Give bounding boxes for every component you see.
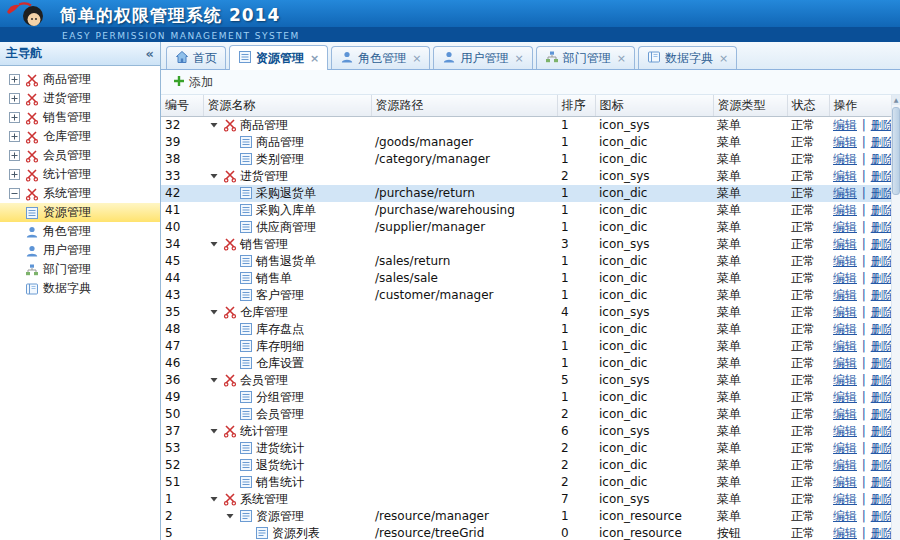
edit-link[interactable]: 编辑	[833, 407, 857, 421]
edit-link[interactable]: 编辑	[833, 203, 857, 217]
delete-link[interactable]: 删除	[871, 220, 892, 234]
table-row-45[interactable]: 45销售退货单/sales/return1icon_dic菜单正常编辑 | 删除	[161, 253, 892, 270]
delete-link[interactable]: 删除	[871, 475, 892, 489]
edit-link[interactable]: 编辑	[833, 152, 857, 166]
edit-link[interactable]: 编辑	[833, 390, 857, 404]
expand-plus-icon[interactable]	[8, 112, 21, 123]
arrow-down-icon[interactable]	[207, 239, 220, 249]
tab-4[interactable]: 部门管理×	[536, 46, 635, 69]
edit-link[interactable]: 编辑	[833, 322, 857, 336]
delete-link[interactable]: 删除	[871, 509, 892, 523]
edit-link[interactable]: 编辑	[833, 509, 857, 523]
edit-link[interactable]: 编辑	[833, 356, 857, 370]
delete-link[interactable]: 删除	[871, 288, 892, 302]
scroll-up-icon[interactable]: ▲	[892, 95, 900, 105]
delete-link[interactable]: 删除	[871, 152, 892, 166]
scroll-thumb[interactable]	[892, 107, 900, 195]
delete-link[interactable]: 删除	[871, 339, 892, 353]
delete-link[interactable]: 删除	[871, 169, 892, 183]
table-row-50[interactable]: 50会员管理2icon_dic菜单正常编辑 | 删除	[161, 406, 892, 423]
table-row-35[interactable]: 35仓库管理4icon_sys菜单正常编辑 | 删除	[161, 304, 892, 321]
edit-link[interactable]: 编辑	[833, 458, 857, 472]
edit-link[interactable]: 编辑	[833, 492, 857, 506]
delete-link[interactable]: 删除	[871, 407, 892, 421]
delete-link[interactable]: 删除	[871, 458, 892, 472]
edit-link[interactable]: 编辑	[833, 237, 857, 251]
edit-link[interactable]: 编辑	[833, 339, 857, 353]
table-row-37[interactable]: 37统计管理6icon_sys菜单正常编辑 | 删除	[161, 423, 892, 440]
delete-link[interactable]: 删除	[871, 203, 892, 217]
close-icon[interactable]: ×	[310, 52, 319, 65]
edit-link[interactable]: 编辑	[833, 186, 857, 200]
table-row-38[interactable]: 38类别管理/category/manager1icon_dic菜单正常编辑 |…	[161, 151, 892, 168]
sidebar-item-4[interactable]: 会员管理	[0, 146, 160, 165]
arrow-down-icon[interactable]	[207, 171, 220, 181]
tab-1[interactable]: 资源管理×	[229, 45, 328, 70]
table-row-5[interactable]: 5资源列表/resource/treeGrid0icon_resource按钮正…	[161, 525, 892, 540]
delete-link[interactable]: 删除	[871, 271, 892, 285]
tab-3[interactable]: 用户管理×	[433, 46, 532, 69]
table-row-39[interactable]: 39商品管理/goods/manager1icon_dic菜单正常编辑 | 删除	[161, 134, 892, 151]
table-row-40[interactable]: 40供应商管理/supplier/manager1icon_dic菜单正常编辑 …	[161, 219, 892, 236]
collapse-minus-icon[interactable]	[8, 188, 21, 199]
delete-link[interactable]: 删除	[871, 305, 892, 319]
table-row-33[interactable]: 33进货管理2icon_sys菜单正常编辑 | 删除	[161, 168, 892, 185]
edit-link[interactable]: 编辑	[833, 135, 857, 149]
table-row-51[interactable]: 51销售统计2icon_dic菜单正常编辑 | 删除	[161, 474, 892, 491]
delete-link[interactable]: 删除	[871, 254, 892, 268]
delete-link[interactable]: 删除	[871, 526, 892, 540]
delete-link[interactable]: 删除	[871, 390, 892, 404]
close-icon[interactable]: ×	[412, 52, 421, 65]
table-row-48[interactable]: 48库存盘点1icon_dic菜单正常编辑 | 删除	[161, 321, 892, 338]
sidebar-item-1[interactable]: 进货管理	[0, 89, 160, 108]
arrow-down-icon[interactable]	[207, 375, 220, 385]
arrow-down-icon[interactable]	[207, 426, 220, 436]
table-row-32[interactable]: 32商品管理1icon_sys菜单正常编辑 | 删除	[161, 116, 892, 134]
table-row-47[interactable]: 47库存明细1icon_dic菜单正常编辑 | 删除	[161, 338, 892, 355]
table-row-52[interactable]: 52退货统计2icon_dic菜单正常编辑 | 删除	[161, 457, 892, 474]
expand-plus-icon[interactable]	[8, 169, 21, 180]
table-row-34[interactable]: 34销售管理3icon_sys菜单正常编辑 | 删除	[161, 236, 892, 253]
edit-link[interactable]: 编辑	[833, 169, 857, 183]
table-row-42[interactable]: 42采购退货单/purchase/return1icon_dic菜单正常编辑 |…	[161, 185, 892, 202]
sidebar-item-10[interactable]: 部门管理	[0, 260, 160, 279]
collapse-sidebar-icon[interactable]: «	[146, 46, 154, 61]
edit-link[interactable]: 编辑	[833, 441, 857, 455]
table-row-43[interactable]: 43客户管理/customer/manager1icon_dic菜单正常编辑 |…	[161, 287, 892, 304]
edit-link[interactable]: 编辑	[833, 288, 857, 302]
edit-link[interactable]: 编辑	[833, 424, 857, 438]
delete-link[interactable]: 删除	[871, 356, 892, 370]
delete-link[interactable]: 删除	[871, 118, 892, 132]
table-row-44[interactable]: 44销售单/sales/sale1icon_dic菜单正常编辑 | 删除	[161, 270, 892, 287]
edit-link[interactable]: 编辑	[833, 220, 857, 234]
sidebar-item-11[interactable]: 数据字典	[0, 279, 160, 298]
sidebar-item-7[interactable]: 资源管理	[0, 203, 160, 222]
edit-link[interactable]: 编辑	[833, 475, 857, 489]
edit-link[interactable]: 编辑	[833, 373, 857, 387]
tab-2[interactable]: 角色管理×	[331, 46, 430, 69]
delete-link[interactable]: 删除	[871, 135, 892, 149]
expand-plus-icon[interactable]	[8, 93, 21, 104]
arrow-down-icon[interactable]	[223, 511, 236, 521]
sidebar-item-0[interactable]: 商品管理	[0, 70, 160, 89]
delete-link[interactable]: 删除	[871, 322, 892, 336]
tab-5[interactable]: 数据字典×	[638, 46, 737, 69]
table-row-36[interactable]: 36会员管理5icon_sys菜单正常编辑 | 删除	[161, 372, 892, 389]
expand-plus-icon[interactable]	[8, 150, 21, 161]
vertical-scrollbar[interactable]: ▲	[891, 95, 900, 540]
delete-link[interactable]: 删除	[871, 373, 892, 387]
table-row-49[interactable]: 49分组管理1icon_dic菜单正常编辑 | 删除	[161, 389, 892, 406]
tab-0[interactable]: 首页	[166, 46, 226, 69]
edit-link[interactable]: 编辑	[833, 118, 857, 132]
table-row-41[interactable]: 41采购入库单/purchase/warehousing1icon_dic菜单正…	[161, 202, 892, 219]
edit-link[interactable]: 编辑	[833, 254, 857, 268]
table-row-53[interactable]: 53进货统计2icon_dic菜单正常编辑 | 删除	[161, 440, 892, 457]
table-row-46[interactable]: 46仓库设置1icon_dic菜单正常编辑 | 删除	[161, 355, 892, 372]
sidebar-item-8[interactable]: 角色管理	[0, 222, 160, 241]
delete-link[interactable]: 删除	[871, 492, 892, 506]
table-row-1[interactable]: 1系统管理7icon_sys菜单正常编辑 | 删除	[161, 491, 892, 508]
close-icon[interactable]: ×	[514, 52, 523, 65]
sidebar-item-3[interactable]: 仓库管理	[0, 127, 160, 146]
arrow-down-icon[interactable]	[207, 120, 220, 130]
edit-link[interactable]: 编辑	[833, 305, 857, 319]
